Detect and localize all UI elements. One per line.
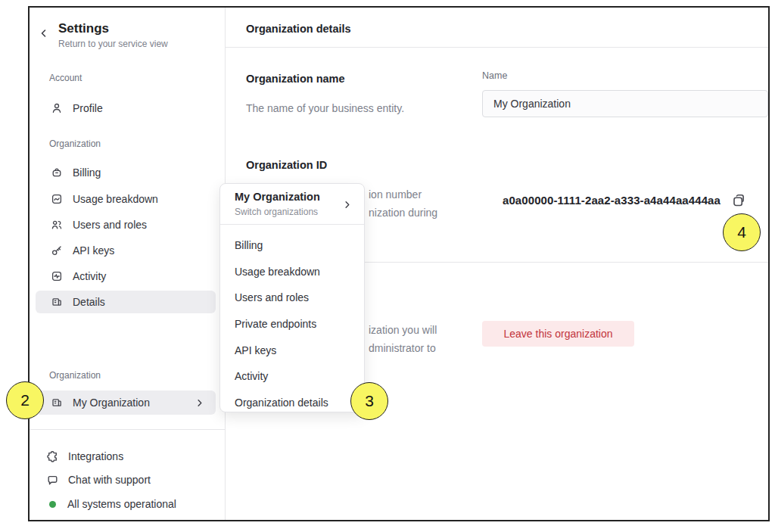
annotation-badge-2: 2 <box>6 381 44 419</box>
user-icon <box>51 102 63 114</box>
menu-item-billing[interactable]: Billing <box>220 232 364 259</box>
annotation-badge-4: 4 <box>723 213 761 251</box>
organization-name-input[interactable] <box>482 90 768 117</box>
section-label-organization: Organization <box>49 138 101 149</box>
sidebar-item-chat-support[interactable]: Chat with support <box>36 469 216 490</box>
sidebar-item-integrations[interactable]: Integrations <box>36 446 216 467</box>
leave-description-fragment-2: dministrator to <box>369 342 436 354</box>
org-id-description-fragment-1: ion number <box>369 188 422 201</box>
dropdown-menu-list: Billing Usage breakdown Users and roles … <box>220 225 364 415</box>
name-field-label: Name <box>482 70 507 81</box>
sidebar-item-activity[interactable]: Activity <box>36 265 216 288</box>
menu-item-users-and-roles[interactable]: Users and roles <box>220 285 364 311</box>
copy-id-button[interactable] <box>730 191 748 210</box>
usage-chart-icon <box>51 193 63 205</box>
sidebar-item-label: My Organization <box>73 397 150 409</box>
leave-organization-button[interactable]: Leave this organization <box>482 321 634 347</box>
sidebar-item-label: Chat with support <box>68 474 151 486</box>
back-button[interactable] <box>37 26 51 40</box>
sidebar-item-api-keys[interactable]: API keys <box>36 239 216 262</box>
section-label-organization-switcher: Organization <box>49 370 101 381</box>
organization-building-icon <box>51 296 63 308</box>
activity-icon <box>51 270 63 282</box>
organization-id-value: a0a00000-1111-2aa2-a333-a4a44aa444aa <box>503 194 721 207</box>
sidebar-item-label: Billing <box>73 166 101 179</box>
users-icon <box>51 219 63 231</box>
chevron-left-icon <box>39 29 48 38</box>
sidebar-item-usage-breakdown[interactable]: Usage breakdown <box>36 188 216 210</box>
org-id-section-title: Organization ID <box>246 159 327 171</box>
organization-switcher-dropdown: My Organization Switch organizations Bil… <box>219 183 365 412</box>
sidebar-item-label: Users and roles <box>73 219 147 231</box>
sidebar-item-system-status[interactable]: All systems operational <box>36 493 216 515</box>
status-text: All systems operational <box>67 498 176 510</box>
sidebar-item-users-and-roles[interactable]: Users and roles <box>36 213 216 236</box>
dropdown-org-subtitle: Switch organizations <box>235 207 318 217</box>
menu-item-activity[interactable]: Activity <box>220 363 364 390</box>
sidebar-item-label: Details <box>73 296 105 308</box>
status-green-dot <box>49 501 56 508</box>
copy-icon <box>731 193 746 208</box>
sidebar-item-label: Usage breakdown <box>73 193 158 205</box>
section-label-account: Account <box>49 73 82 83</box>
menu-item-usage-breakdown[interactable]: Usage breakdown <box>220 259 364 285</box>
sidebar-title: Settings <box>58 21 109 36</box>
dropdown-header-my-organization[interactable]: My Organization Switch organizations <box>220 184 364 225</box>
sidebar-item-profile[interactable]: Profile <box>36 97 216 120</box>
puzzle-icon <box>46 450 59 463</box>
dropdown-org-name: My Organization <box>235 191 320 203</box>
chevron-right-icon <box>195 399 204 407</box>
billing-icon <box>51 166 63 179</box>
sidebar-item-my-organization[interactable]: My Organization <box>36 390 216 415</box>
annotation-badge-3: 3 <box>350 382 388 420</box>
key-icon <box>51 244 63 257</box>
chat-bubble-icon <box>46 474 59 487</box>
sidebar-item-label: Activity <box>73 270 106 282</box>
menu-item-organization-details[interactable]: Organization details <box>220 390 364 416</box>
org-id-description-fragment-2: nization during <box>369 207 437 219</box>
sidebar-subtitle: Return to your service view <box>58 39 168 49</box>
page-title: Organization details <box>246 23 351 35</box>
settings-sidebar: Settings Return to your service view Acc… <box>30 8 226 520</box>
leave-description-fragment-1: ization you will <box>369 324 437 336</box>
org-name-section-description: The name of your business entity. <box>246 102 404 114</box>
sidebar-item-label: Profile <box>73 102 103 114</box>
sidebar-divider <box>30 429 226 430</box>
app-window: Settings Return to your service view Acc… <box>28 6 770 521</box>
sidebar-item-billing[interactable]: Billing <box>36 161 216 184</box>
menu-item-api-keys[interactable]: API keys <box>220 337 364 363</box>
organization-building-icon <box>51 397 63 409</box>
sidebar-item-label: Integrations <box>68 450 123 462</box>
menu-item-private-endpoints[interactable]: Private endpoints <box>220 311 364 338</box>
chevron-right-icon <box>343 201 351 209</box>
org-name-section-title: Organization name <box>246 73 345 85</box>
sidebar-item-details[interactable]: Details <box>36 291 216 313</box>
sidebar-item-label: API keys <box>73 244 114 257</box>
header-divider <box>226 47 768 48</box>
